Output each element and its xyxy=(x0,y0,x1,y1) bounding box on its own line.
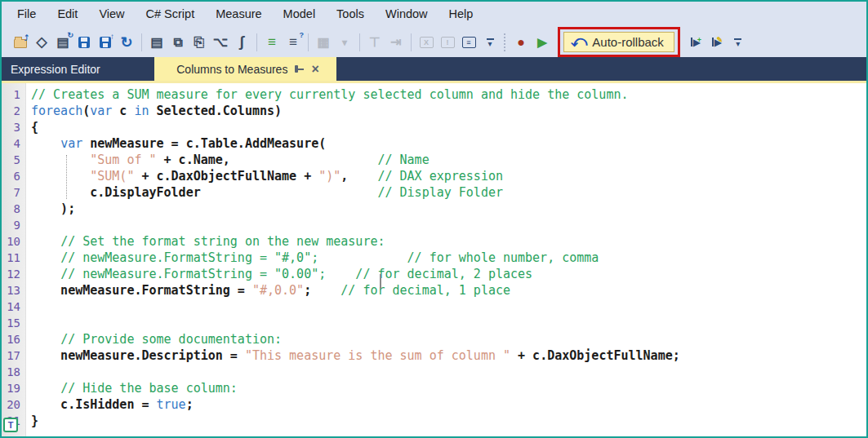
code-line: 13 newMeasure.FormatString = "#,0.0"; //… xyxy=(2,282,866,299)
pane-caption: Expression Editor xyxy=(2,57,154,81)
code-line: 6 "SUM(" + c.DaxObjectFullName + ")", //… xyxy=(2,168,866,184)
toolbar-separator xyxy=(256,33,257,51)
tab-strip: Expression Editor Columns to Measures × xyxy=(2,57,866,81)
code-line: 17 newMeasure.Description = "This measur… xyxy=(2,347,866,364)
run-edit-icon[interactable]: ▶✎ xyxy=(707,32,727,53)
record-icon[interactable]: ● xyxy=(511,32,531,53)
line-number: 9 xyxy=(2,217,26,233)
code-line: 4 var newMeasure = c.Table.AddMeasure( xyxy=(2,135,866,152)
code-line: 3{ xyxy=(2,119,866,135)
menu-item-window[interactable]: Window xyxy=(375,2,438,27)
code-line: 16 // Provide some documentation: xyxy=(2,331,866,347)
line-number: 16 xyxy=(2,331,26,347)
line-number: 17 xyxy=(2,347,26,364)
x-box-icon: X xyxy=(416,32,436,53)
save-as-icon[interactable]: ↑ xyxy=(96,32,115,53)
script-j-icon[interactable]: ∫ xyxy=(232,32,251,53)
code-line: 8 ); xyxy=(2,201,866,217)
format-question-icon[interactable]: ≡? xyxy=(283,32,303,53)
code-line: 2foreach(var c in Selected.Columns) xyxy=(2,103,866,119)
line-number: 2 xyxy=(2,103,26,119)
document-icon[interactable]: ▤ xyxy=(147,32,167,53)
menu-item-view[interactable]: View xyxy=(88,2,135,27)
undo-arrow-icon: ⤺ xyxy=(571,34,587,49)
annotation-highlight-box: ⤺Auto-rollback xyxy=(558,27,680,57)
exclamation-bubble-icon: ! xyxy=(438,32,457,53)
toolbar: ◇▤↻↑↻▤⧉⎘⌥∫≡≡?▦▾⊤⇥X!≡▾●▶⤺Auto-rollback▶+▶… xyxy=(2,27,866,57)
app-window: FileEditViewC# ScriptMeasureModelToolsWi… xyxy=(0,0,868,438)
tab-columns-to-measures[interactable]: Columns to Measures × xyxy=(154,57,336,81)
auto-rollback-button[interactable]: ⤺Auto-rollback xyxy=(563,32,674,52)
line-number: 10 xyxy=(2,233,26,250)
cube-icon[interactable]: ◇ xyxy=(32,32,51,53)
code-editor[interactable]: 1// Creates a SUM measure for every curr… xyxy=(2,83,866,436)
menu-item-measure[interactable]: Measure xyxy=(205,2,272,27)
code-line: 21} xyxy=(2,413,866,429)
tab-label: Columns to Measures xyxy=(171,63,287,76)
line-number: 3 xyxy=(2,119,26,135)
ibeam-bar-icon: ⊤ xyxy=(365,32,385,53)
toolbar-separator xyxy=(308,33,309,51)
line-number: 1 xyxy=(2,86,26,103)
line-number: 5 xyxy=(2,152,26,168)
line-number: 7 xyxy=(2,184,26,201)
toolbar-separator xyxy=(141,33,142,51)
format-lines-icon[interactable]: ≡ xyxy=(262,32,282,53)
code-line: 20 c.IsHidden = true; xyxy=(2,396,866,413)
overflow-chevron-icon-2[interactable]: ▾ xyxy=(728,32,748,53)
save-icon[interactable] xyxy=(74,32,94,53)
code-line: 12 // newMeasure.FormatString = "0.00"; … xyxy=(2,266,866,282)
text-caret xyxy=(380,274,381,289)
menu-item-edit[interactable]: Edit xyxy=(47,2,88,27)
pin-icon[interactable] xyxy=(294,64,305,74)
line-number: 19 xyxy=(2,380,26,396)
boxes-icon: ▦ xyxy=(314,32,333,53)
tabular-editor-badge-icon: T xyxy=(3,418,18,432)
toolbar-separator xyxy=(359,33,360,51)
close-icon[interactable]: × xyxy=(311,64,318,75)
menu-item-c-script[interactable]: C# Script xyxy=(136,2,206,27)
code-line: 1// Creates a SUM measure for every curr… xyxy=(2,86,866,103)
code-line: 11 // newMeasure.FormatString = "#,0"; /… xyxy=(2,250,866,266)
arrow-box-icon: ⇥ xyxy=(386,32,406,53)
overflow-chevron-icon[interactable]: ▾ xyxy=(480,32,500,53)
menu-item-model[interactable]: Model xyxy=(273,2,327,27)
code-line: 19 // Hide the base column: xyxy=(2,380,866,396)
code-line: 10 // Set the format string on the new m… xyxy=(2,233,866,250)
indent-guide xyxy=(66,155,67,199)
line-number: 15 xyxy=(2,315,26,331)
line-number: 6 xyxy=(2,168,26,184)
code-line: 9 xyxy=(2,217,866,233)
menu-item-help[interactable]: Help xyxy=(438,2,484,27)
code-lines: 1// Creates a SUM measure for every curr… xyxy=(2,86,866,429)
code-line: 18 xyxy=(2,364,866,380)
document-refresh-icon[interactable]: ▤↻ xyxy=(53,32,73,53)
open-folder-icon[interactable] xyxy=(11,32,30,53)
refresh-icon[interactable]: ↻ xyxy=(117,32,136,53)
line-number: 4 xyxy=(2,135,26,152)
line-number: 8 xyxy=(2,201,26,217)
line-number: 14 xyxy=(2,299,26,315)
grip-dots xyxy=(504,33,507,51)
line-number: 13 xyxy=(2,282,26,299)
code-line: 15 xyxy=(2,315,866,331)
menu-item-tools[interactable]: Tools xyxy=(326,2,375,27)
menu-bar: FileEditViewC# ScriptMeasureModelToolsWi… xyxy=(2,2,866,27)
code-line: 7 c.DisplayFolder // Display Folder xyxy=(2,184,866,201)
line-number: 20 xyxy=(2,396,26,413)
line-number: 11 xyxy=(2,250,26,266)
page-rotate-icon[interactable]: ⎘ xyxy=(189,32,209,53)
toolbar-separator xyxy=(411,33,412,51)
window-list-icon[interactable]: ≡ xyxy=(459,32,479,53)
run-add-icon[interactable]: ▶+ xyxy=(686,32,706,53)
code-line: 5 "Sum of " + c.Name, // Name xyxy=(2,152,866,168)
line-number: 12 xyxy=(2,266,26,282)
code-line: 14 xyxy=(2,299,866,315)
menu-item-file[interactable]: File xyxy=(7,2,47,27)
dropdown-arrow-icon: ▾ xyxy=(335,32,354,53)
window-arrows-icon[interactable]: ⧉ xyxy=(168,32,188,53)
tree-icon[interactable]: ⌥ xyxy=(211,32,230,53)
play-icon[interactable]: ▶ xyxy=(532,32,552,53)
line-number: 18 xyxy=(2,364,26,380)
